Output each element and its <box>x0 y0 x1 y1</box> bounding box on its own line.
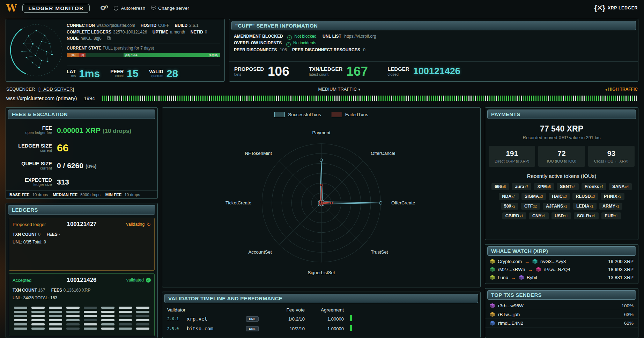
sender-row[interactable]: rfmd...E4N262% <box>485 319 638 328</box>
high-traffic-indicator[interactable]: ◄HIGH TRAFFIC <box>604 87 638 92</box>
token-chip[interactable]: SOLRxx1 <box>574 212 599 219</box>
whale-row[interactable]: Luno→Bybit13 831 XRP <box>485 273 638 281</box>
traffic-bar <box>223 96 224 101</box>
token-chip[interactable]: aurax7 <box>512 183 531 190</box>
traffic-bar <box>336 96 338 101</box>
build-label: BUILD <box>175 23 187 28</box>
arrow-right-icon: → <box>525 259 530 264</box>
traffic-bar <box>544 96 545 101</box>
primary-server-label[interactable]: wss://xrplcluster.com (primary) <box>6 95 77 101</box>
token-chip[interactable]: PHNIXx3 <box>601 193 624 200</box>
txn-per-ledger-value: 167 <box>346 65 368 78</box>
token-chip[interactable]: SENTx4 <box>557 183 579 190</box>
legend-successful[interactable]: SuccessfulTxns <box>274 112 321 117</box>
traffic-bar <box>249 96 250 101</box>
token-chip[interactable]: USDx1 <box>552 212 571 219</box>
resources-value: 0 <box>363 47 365 52</box>
traffic-bar <box>535 96 536 101</box>
token-chip[interactable]: CTFx2 <box>521 203 540 210</box>
traffic-bar <box>452 96 453 101</box>
token-chip[interactable]: ARMYx1 <box>599 203 622 210</box>
copy-icon[interactable] <box>107 36 111 40</box>
traffic-dropdown[interactable]: MEDIUM TRAFFIC▾ <box>74 87 604 92</box>
radar-axis-label: TrustSet <box>371 249 388 255</box>
token-count: x5 <box>547 185 551 189</box>
token-chip[interactable]: NDAx4 <box>499 193 519 200</box>
traffic-bar <box>255 96 256 101</box>
current-state-label: CURRENT STATE <box>67 46 102 51</box>
connection-panel: CONNECTIONwss://xrplcluster.com HOSTIDCU… <box>6 19 225 82</box>
traffic-bar <box>558 96 560 101</box>
token-chip[interactable]: LEDIAx1 <box>573 203 597 210</box>
xrp-logo-icon: {✕} <box>594 3 605 13</box>
token-chip[interactable]: XPMx5 <box>534 183 554 190</box>
unl-list-link[interactable]: https://vl.xrplf.org <box>344 34 376 39</box>
whale-row[interactable]: rM27...xRWn→rPsw...NZQ418 693 XRP <box>485 265 638 273</box>
ledger-progress-cell <box>66 319 80 321</box>
add-server-link[interactable]: [+ ADD SERVER] <box>38 87 74 92</box>
token-chip[interactable]: HAICx3 <box>549 193 570 200</box>
token-chip[interactable]: EURx1 <box>601 212 621 219</box>
fee-vote-value: 10/2/10 <box>266 326 305 331</box>
token-chip[interactable]: SANAx4 <box>609 183 632 190</box>
traffic-bar <box>479 96 480 101</box>
ledger-progress-cell <box>101 311 114 313</box>
token-count: x4 <box>572 185 576 189</box>
token-chip[interactable]: SIGMAx3 <box>521 193 546 200</box>
traffic-bar <box>636 96 637 101</box>
traffic-bar <box>209 96 210 101</box>
change-server-button[interactable]: Change server <box>151 6 189 11</box>
whale-row[interactable]: Crypto.com→rwG3...Avy819 200 XRP <box>485 257 638 265</box>
progress-segment-dark <box>86 53 124 57</box>
sender-percent: 63% <box>624 312 634 317</box>
traffic-bar <box>158 96 160 101</box>
token-chip[interactable]: RLUSDx3 <box>572 193 598 200</box>
proposed-txn-line: TXN COUNT 0 FEES - <box>13 231 151 239</box>
server-big-stats: PROPOSEDtxns 106 TXN/LEDGERlatest count … <box>229 61 638 81</box>
traffic-bar <box>422 96 423 101</box>
token-chip[interactable]: CBIRDx1 <box>502 212 526 219</box>
traffic-bar <box>148 96 149 101</box>
traffic-bar <box>498 96 499 101</box>
traffic-bar <box>334 96 335 101</box>
sender-row[interactable]: rBTw...jjah63% <box>485 310 638 319</box>
amendment-row: AMENDMENT BLOCKED ✓ Not blocked UNL LIST… <box>234 33 634 40</box>
traffic-bar <box>399 96 400 101</box>
traffic-bar <box>626 96 627 101</box>
settings-gear-icon[interactable]: ⚙⚙ <box>100 5 109 12</box>
ledger-size-value: 66 <box>57 142 68 154</box>
traffic-bar <box>179 96 180 101</box>
traffic-bar <box>418 96 419 101</box>
node-value: n9KJ...8qj6 <box>81 36 102 41</box>
traffic-bar <box>119 96 120 101</box>
accepted-ledger-number[interactable]: 100121426 <box>54 277 110 284</box>
token-chip[interactable]: 666x8 <box>491 183 509 190</box>
legend-failed[interactable]: FailedTxns <box>332 112 368 117</box>
traffic-bar <box>345 96 346 101</box>
token-chip[interactable]: AJFANSx1 <box>543 203 570 210</box>
cube-icon <box>490 259 495 264</box>
server-info-body: AMENDMENT BLOCKED ✓ Not blocked UNL LIST… <box>229 32 638 53</box>
traffic-bar <box>362 96 363 101</box>
traffic-bar <box>554 96 555 101</box>
traffic-bar <box>502 96 503 101</box>
token-chip[interactable]: Fronksx4 <box>582 183 606 190</box>
radar-axis-label: AccountSet <box>249 249 272 255</box>
ledger-progress-cell <box>14 315 27 317</box>
token-chip[interactable]: 589x2 <box>501 203 518 210</box>
validator-name[interactable]: bitso.com <box>187 326 246 331</box>
ledger-progress-cell <box>49 328 62 330</box>
top-row: CONNECTIONwss://xrplcluster.com HOSTIDCU… <box>0 16 644 82</box>
autorefresh-toggle[interactable]: Autorefresh <box>114 6 145 11</box>
traffic-bar <box>328 96 329 101</box>
traffic-bar <box>213 96 214 101</box>
validator-name[interactable]: xrp.vet <box>187 316 246 322</box>
sender-percent: 62% <box>624 321 634 326</box>
traffic-bar <box>372 96 373 101</box>
token-count: x1 <box>592 214 596 218</box>
proposed-ledger-number[interactable]: 100121427 <box>54 221 110 228</box>
sender-row[interactable]: r3rh...w96W100% <box>485 301 638 310</box>
traffic-bar <box>309 96 310 101</box>
accepted-txn-line: TXN COUNT 167 FEES 0.136168 XRP <box>13 287 151 294</box>
token-chip[interactable]: CNYx1 <box>529 212 549 219</box>
